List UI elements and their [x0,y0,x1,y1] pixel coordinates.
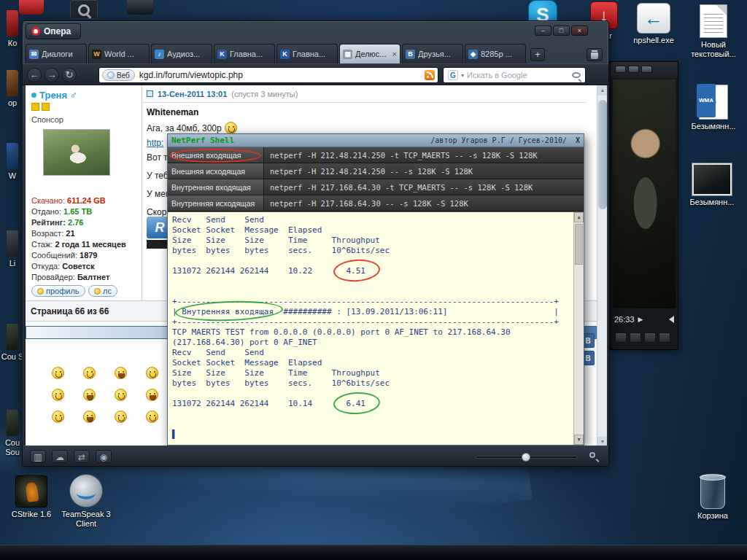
pm-button[interactable]: лс [88,285,117,297]
desktop-icon-teamspeak[interactable]: TeamSpeak 3 Client [60,474,112,529]
username-text: Треня [39,90,67,101]
desktop-icon-cstrike[interactable]: CStrike 1.6 [6,475,57,519]
desktop-icon-recycle-bin[interactable]: Корзина [687,475,738,521]
speaker-icon[interactable] [669,316,674,323]
taskbar[interactable] [0,545,747,560]
scrollbar-thumb[interactable] [598,100,607,209]
zoom-slider-track[interactable] [476,456,578,459]
tab-world[interactable]: W World ... [88,44,150,63]
desktop-icon-wma[interactable]: ♪ WMA Безымянн... [686,85,741,131]
scroll-down-icon[interactable]: ▼ [574,435,584,445]
desktop-icon-top-2[interactable] [70,0,98,19]
closed-tabs-trash-button[interactable] [587,48,603,61]
test-button-internal-incoming[interactable]: Внутренняя входящая [168,179,264,195]
desktop-icon-new-text[interactable]: Новый текстовый... [686,4,741,59]
test-button-external-incoming[interactable]: Внешняя входящая [168,147,264,163]
page-nav-label: Страница 66 из 66 [31,306,109,316]
tab-label: World ... [104,50,146,58]
emoticon[interactable] [146,411,158,423]
scroll-up-icon[interactable]: ▲ [574,212,584,222]
desktop-icon-image[interactable]: Безымянн... [683,163,741,207]
opera-menu-button[interactable]: Опера [26,23,81,39]
emoticon[interactable] [115,389,127,401]
icon-label: CStrike 1.6 [6,510,57,519]
emoticon[interactable] [115,411,127,423]
post-icon[interactable] [147,90,153,97]
player-toolbar-button[interactable] [659,332,670,343]
tab-8285[interactable]: ◆ 8285р ... [465,44,526,63]
page-scrollbar[interactable]: ▲ ▼ [597,85,607,447]
author-sidebar: Треня ♂ Спонсор Скачано: 611.24 GB Отдан… [26,85,142,301]
play-icon[interactable]: ▶ [638,316,643,323]
google-search-field[interactable]: G ▾ Искать в Google [443,67,586,83]
player-button-3[interactable] [641,66,652,73]
netperf-titlebar: NetPerf Shell /автор Угаров Р.Г / Гусев-… [168,134,584,147]
tab-favicon: K [280,50,290,59]
desktop-icon-left-5[interactable]: Cou S [0,324,25,362]
icon-label: ор [0,98,25,108]
scrollbar-thumb[interactable] [575,224,583,265]
app-icon [7,230,18,257]
emoticon[interactable] [52,411,64,423]
emoticon[interactable] [52,389,64,401]
desktop-icon-left-2[interactable]: ор [0,70,25,108]
desktop-icon-left-1[interactable]: Ко [0,10,25,48]
search-icon[interactable] [572,72,581,78]
desktop-icon-left-3[interactable]: W [0,143,25,181]
reload-button[interactable]: ↻ [62,68,77,82]
sync-icon[interactable]: ⇄ [74,450,90,463]
tab-glavnaya-1[interactable]: K Главна... [214,44,275,63]
test-button-external-outgoing[interactable]: Внешняя исходящая [168,163,264,179]
web-badge[interactable]: Веб [102,69,135,81]
panels-icon[interactable]: ▥ [30,450,46,463]
test-button-internal-outgoing[interactable]: Внутренняя исходящая [168,195,264,211]
player-button-2[interactable] [628,66,639,73]
turbo-icon[interactable]: ◉ [96,450,112,463]
tab-glavnaya-2[interactable]: K Главна... [276,44,338,63]
stat-membership: Стаж: 2 года 11 месяцев [31,240,126,249]
emoticon[interactable] [83,389,96,401]
cloud-icon[interactable]: ☁ [52,450,68,463]
rss-icon[interactable] [425,70,435,80]
tab-dialogi[interactable]: ✉ Диалоги [26,44,87,63]
desktop-icon-left-6[interactable]: Cou Sou [0,410,25,457]
player-toolbar-button[interactable] [615,332,627,343]
netperf-close-button[interactable]: X [576,136,580,144]
terminal-scrollbar[interactable]: ▲ ▼ [573,212,584,445]
emoticon[interactable] [115,367,127,379]
minimize-button[interactable]: – [535,26,551,36]
desktop-icon-npshell[interactable]: ← npshell.exe [632,3,676,45]
player-toolbar-button[interactable] [630,332,641,343]
tab-audio[interactable]: ♪ Аудиоз... [151,44,212,63]
desktop-icon-top-3[interactable] [127,0,153,15]
emoticon[interactable] [83,367,96,379]
forward-button[interactable]: → [44,68,59,82]
new-tab-button[interactable]: + [530,48,545,61]
close-button[interactable]: × [571,26,588,36]
emoticon[interactable] [146,367,158,379]
tab-druzya[interactable]: B Друзья... [402,44,463,63]
desktop-icon-left-4[interactable]: Li [0,230,25,268]
tab-favicon: B [406,50,415,59]
scroll-up-icon[interactable]: ▲ [597,85,607,96]
profile-button[interactable]: профиль [31,285,85,297]
zoom-icon[interactable] [589,452,595,458]
emoticon[interactable] [52,367,64,379]
emoticon[interactable] [83,411,96,423]
tab-close-icon[interactable]: × [392,50,397,58]
player-toolbar-button[interactable] [644,332,656,343]
tab-label: Диалоги [42,50,83,58]
zoom-slider-knob[interactable] [522,453,530,462]
emoticon[interactable] [146,389,158,401]
username[interactable]: Треня ♂ [31,90,77,101]
chevron-down-icon[interactable]: ▾ [461,72,464,79]
maximize-button[interactable]: □ [553,26,570,36]
tab-delyus-active[interactable]: ▤ Делюс... × [339,44,400,63]
address-bar[interactable]: Веб kgd.in/forum/viewtopic.php [98,67,438,83]
player-button-1[interactable] [615,66,626,73]
netperf-title: NetPerf Shell [171,136,234,145]
post-link[interactable]: http: [147,138,163,148]
back-button[interactable]: ← [27,68,42,82]
stat-downloaded: Скачано: 611.24 GB [31,196,106,205]
emoticon [225,122,237,134]
